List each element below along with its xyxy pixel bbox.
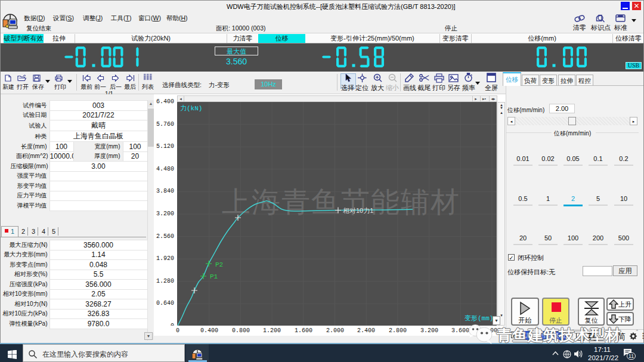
svg-text:上海青鱼节能辅材: 上海青鱼节能辅材 <box>222 186 460 218</box>
svg-text:P1: P1 <box>210 273 218 280</box>
svg-text:变形(mm): 变形(mm) <box>465 314 493 322</box>
svg-text:力(kN): 力(kN) <box>180 104 202 112</box>
svg-text:相对10力1: 相对10力1 <box>343 207 373 214</box>
svg-text:P2: P2 <box>215 261 223 268</box>
